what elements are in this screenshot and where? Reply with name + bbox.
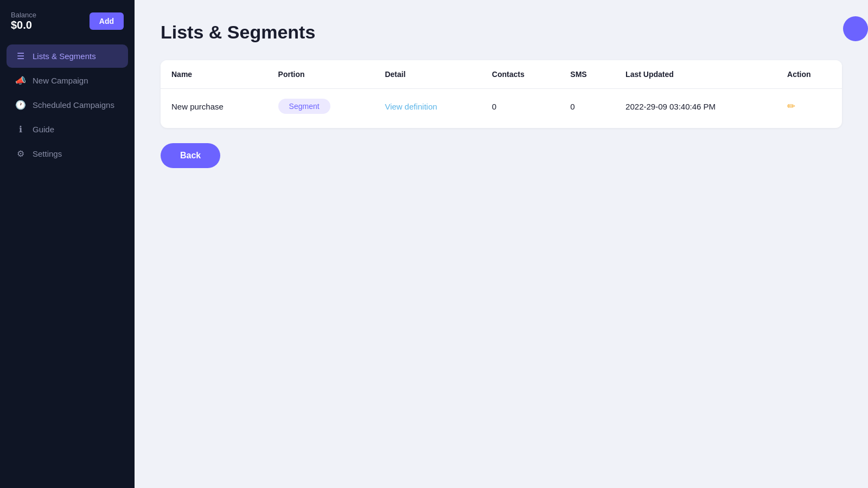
view-definition-link[interactable]: View definition [385, 102, 437, 111]
row-detail: View definition [374, 89, 481, 124]
table-row: New purchase Segment View definition 0 0… [161, 89, 842, 124]
sidebar-balance: Balance $0.0 Add [0, 0, 135, 40]
sidebar-item-lists-segments[interactable]: ☰ Lists & Segments [7, 44, 128, 68]
sidebar-item-label-guide: Guide [33, 125, 54, 134]
row-sms: 0 [559, 89, 615, 124]
sidebar-item-guide[interactable]: ℹ Guide [7, 118, 128, 141]
sidebar-item-label-scheduled-campaigns: Scheduled Campaigns [33, 100, 114, 110]
sidebar-nav: ☰ Lists & Segments 📣 New Campaign 🕐 Sche… [0, 40, 135, 170]
page-header: Lists & Segments [161, 22, 842, 43]
sidebar-item-new-campaign[interactable]: 📣 New Campaign [7, 69, 128, 92]
page-title: Lists & Segments [161, 22, 315, 43]
table-header: Name Portion Detail Contacts SMS Last Up… [161, 60, 842, 89]
sidebar: Balance $0.0 Add ☰ Lists & Segments 📣 Ne… [0, 0, 135, 488]
clock-icon: 🕐 [15, 100, 26, 110]
sidebar-item-label-settings: Settings [33, 149, 62, 158]
sidebar-item-settings[interactable]: ⚙ Settings [7, 142, 128, 165]
row-portion: Segment [267, 89, 374, 124]
row-last-updated: 2022-29-09 03:40:46 PM [615, 89, 776, 124]
sidebar-item-label-new-campaign: New Campaign [33, 76, 88, 85]
col-action: Action [776, 60, 842, 89]
col-detail: Detail [374, 60, 481, 89]
back-button[interactable]: Back [161, 143, 220, 168]
balance-label: Balance [11, 11, 36, 19]
col-portion: Portion [267, 60, 374, 89]
list-icon: ☰ [15, 51, 26, 61]
col-contacts: Contacts [481, 60, 560, 89]
table-body: New purchase Segment View definition 0 0… [161, 89, 842, 124]
sidebar-item-label-lists-segments: Lists & Segments [33, 52, 96, 61]
avatar[interactable] [843, 16, 868, 41]
sidebar-item-scheduled-campaigns[interactable]: 🕐 Scheduled Campaigns [7, 93, 128, 117]
main-content: Lists & Segments Name Portion Detail Con… [135, 0, 868, 488]
gear-icon: ⚙ [15, 149, 26, 159]
row-action: ✏ [776, 89, 842, 124]
balance-amount: $0.0 [11, 19, 36, 31]
table-container: Name Portion Detail Contacts SMS Last Up… [161, 60, 842, 128]
row-contacts: 0 [481, 89, 560, 124]
col-name: Name [161, 60, 267, 89]
row-name: New purchase [161, 89, 267, 124]
balance-info: Balance $0.0 [11, 11, 36, 31]
campaign-icon: 📣 [15, 75, 26, 86]
segment-badge: Segment [278, 99, 330, 114]
col-last-updated: Last Updated [615, 60, 776, 89]
add-balance-button[interactable]: Add [90, 12, 124, 30]
info-icon: ℹ [15, 124, 26, 134]
lists-segments-table: Name Portion Detail Contacts SMS Last Up… [161, 60, 842, 124]
edit-icon[interactable]: ✏ [787, 101, 795, 112]
col-sms: SMS [559, 60, 615, 89]
